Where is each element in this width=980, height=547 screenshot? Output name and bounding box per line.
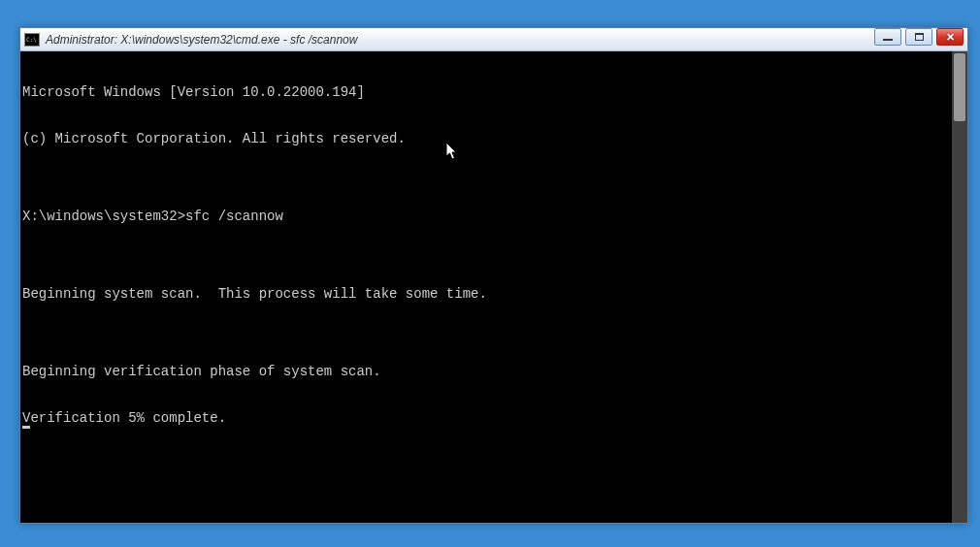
progress-line: Verification 5% complete. bbox=[22, 410, 967, 429]
console-area[interactable]: Microsoft Windows [Version 10.0.22000.19… bbox=[20, 51, 967, 523]
prompt-line: X:\windows\system32>sfc /scannow bbox=[22, 209, 967, 224]
maximize-icon bbox=[915, 33, 924, 41]
text-cursor bbox=[22, 426, 30, 429]
maximize-button[interactable] bbox=[905, 28, 932, 46]
minimize-button[interactable] bbox=[874, 28, 901, 46]
output-line: (c) Microsoft Corporation. All rights re… bbox=[22, 131, 967, 146]
output-line: Beginning system scan. This process will… bbox=[22, 286, 967, 302]
close-icon: ✕ bbox=[946, 32, 955, 43]
cmd-icon: C:\ bbox=[24, 33, 40, 47]
console-output: Microsoft Windows [Version 10.0.22000.19… bbox=[20, 51, 967, 459]
vertical-scrollbar[interactable] bbox=[952, 51, 967, 523]
output-line: Beginning verification phase of system s… bbox=[22, 364, 967, 379]
window-title: Administrator: X:\windows\system32\cmd.e… bbox=[46, 33, 357, 47]
cmd-window: C:\ Administrator: X:\windows\system32\c… bbox=[19, 27, 968, 524]
minimize-icon bbox=[883, 39, 893, 41]
scrollbar-thumb[interactable] bbox=[954, 53, 965, 121]
output-line: Microsoft Windows [Version 10.0.22000.19… bbox=[22, 84, 967, 100]
close-button[interactable]: ✕ bbox=[936, 28, 964, 46]
window-controls: ✕ bbox=[872, 28, 967, 48]
titlebar[interactable]: C:\ Administrator: X:\windows\system32\c… bbox=[20, 28, 967, 51]
